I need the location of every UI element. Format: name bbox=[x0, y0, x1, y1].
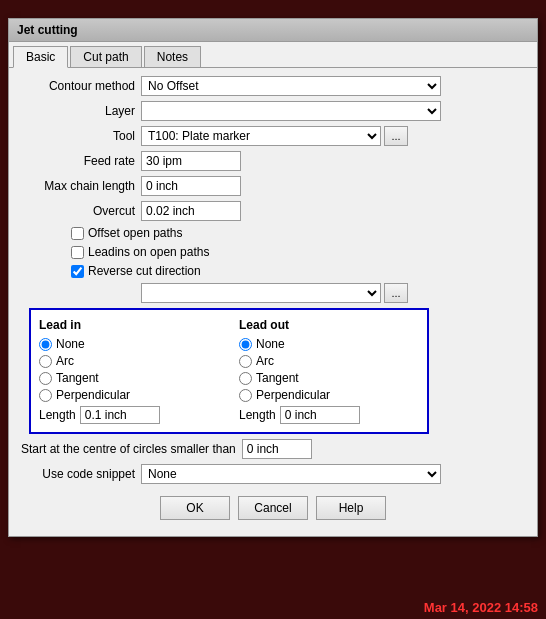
lead-panel: Lead in None Arc Tangent bbox=[29, 308, 429, 434]
layer-row: Layer bbox=[21, 101, 525, 121]
lead-out-arc-label: Arc bbox=[256, 354, 274, 368]
ok-button[interactable]: OK bbox=[160, 496, 230, 520]
lead-in-arc-radio[interactable] bbox=[39, 355, 52, 368]
cancel-button[interactable]: Cancel bbox=[238, 496, 308, 520]
lead-in-perpendicular-row: Perpendicular bbox=[39, 388, 219, 402]
overcut-label: Overcut bbox=[21, 204, 141, 218]
start-circles-input[interactable] bbox=[242, 439, 312, 459]
offset-open-paths-row: Offset open paths bbox=[21, 226, 525, 240]
tab-bar: Basic Cut path Notes bbox=[9, 42, 537, 68]
lead-out-arc-row: Arc bbox=[239, 354, 419, 368]
snippet-select[interactable]: None bbox=[141, 464, 441, 484]
feed-rate-label: Feed rate bbox=[21, 154, 141, 168]
lead-out-none-row: None bbox=[239, 337, 419, 351]
lead-in-tangent-radio[interactable] bbox=[39, 372, 52, 385]
help-button[interactable]: Help bbox=[316, 496, 386, 520]
lead-in-perpendicular-radio[interactable] bbox=[39, 389, 52, 402]
lead-out-perpendicular-radio[interactable] bbox=[239, 389, 252, 402]
offset-open-paths-label: Offset open paths bbox=[88, 226, 183, 240]
contour-method-row: Contour method No Offset bbox=[21, 76, 525, 96]
contour-method-label: Contour method bbox=[21, 79, 141, 93]
lead-in-arc-row: Arc bbox=[39, 354, 219, 368]
tool-controls: T100: Plate marker ... bbox=[141, 126, 408, 146]
path-select[interactable] bbox=[141, 283, 381, 303]
layer-select[interactable] bbox=[141, 101, 441, 121]
path-dots-button[interactable]: ... bbox=[384, 283, 408, 303]
tool-dots-button[interactable]: ... bbox=[384, 126, 408, 146]
lead-out-none-label: None bbox=[256, 337, 285, 351]
path-row: ... bbox=[21, 283, 525, 303]
lead-out-length-label: Length bbox=[239, 408, 276, 422]
lead-out-column: Lead out None Arc Tangent bbox=[239, 318, 419, 424]
lead-out-arc-radio[interactable] bbox=[239, 355, 252, 368]
reverse-cut-direction-checkbox[interactable] bbox=[71, 265, 84, 278]
tool-row: Tool T100: Plate marker ... bbox=[21, 126, 525, 146]
layer-label: Layer bbox=[21, 104, 141, 118]
lead-in-none-radio[interactable] bbox=[39, 338, 52, 351]
lead-in-none-label: None bbox=[56, 337, 85, 351]
lead-in-title: Lead in bbox=[39, 318, 219, 332]
window-title: Jet cutting bbox=[17, 23, 78, 37]
snippet-row: Use code snippet None bbox=[21, 464, 525, 484]
leadins-open-paths-checkbox[interactable] bbox=[71, 246, 84, 259]
lead-out-tangent-row: Tangent bbox=[239, 371, 419, 385]
lead-out-title: Lead out bbox=[239, 318, 419, 332]
overcut-input[interactable] bbox=[141, 201, 241, 221]
reverse-cut-direction-row: Reverse cut direction bbox=[21, 264, 525, 278]
tab-content: Contour method No Offset Layer Tool T100… bbox=[9, 68, 537, 536]
lead-out-perpendicular-row: Perpendicular bbox=[239, 388, 419, 402]
start-circles-label: Start at the centre of circles smaller t… bbox=[21, 442, 236, 456]
contour-method-select[interactable]: No Offset bbox=[141, 76, 441, 96]
feed-rate-input[interactable] bbox=[141, 151, 241, 171]
title-bar: Jet cutting bbox=[9, 19, 537, 42]
lead-in-none-row: None bbox=[39, 337, 219, 351]
overcut-row: Overcut bbox=[21, 201, 525, 221]
lead-in-column: Lead in None Arc Tangent bbox=[39, 318, 219, 424]
lead-in-tangent-row: Tangent bbox=[39, 371, 219, 385]
lead-columns: Lead in None Arc Tangent bbox=[39, 318, 419, 424]
tab-cut-path[interactable]: Cut path bbox=[70, 46, 141, 67]
lead-out-length-row: Length bbox=[239, 406, 419, 424]
leadins-open-paths-label: Leadins on open paths bbox=[88, 245, 209, 259]
reverse-cut-direction-label: Reverse cut direction bbox=[88, 264, 201, 278]
lead-in-length-row: Length bbox=[39, 406, 219, 424]
snippet-label: Use code snippet bbox=[21, 467, 141, 481]
main-window: Jet cutting Basic Cut path Notes Contour… bbox=[8, 18, 538, 537]
feed-rate-row: Feed rate bbox=[21, 151, 525, 171]
dialog-buttons: OK Cancel Help bbox=[21, 492, 525, 528]
lead-in-tangent-label: Tangent bbox=[56, 371, 99, 385]
tab-notes[interactable]: Notes bbox=[144, 46, 201, 67]
offset-open-paths-checkbox[interactable] bbox=[71, 227, 84, 240]
lead-in-length-label: Length bbox=[39, 408, 76, 422]
lead-in-perpendicular-label: Perpendicular bbox=[56, 388, 130, 402]
max-chain-length-row: Max chain length bbox=[21, 176, 525, 196]
max-chain-length-label: Max chain length bbox=[21, 179, 141, 193]
lead-out-tangent-radio[interactable] bbox=[239, 372, 252, 385]
start-circles-row: Start at the centre of circles smaller t… bbox=[21, 439, 525, 459]
lead-out-none-radio[interactable] bbox=[239, 338, 252, 351]
datetime-display: Mar 14, 2022 14:58 bbox=[416, 596, 546, 619]
lead-out-tangent-label: Tangent bbox=[256, 371, 299, 385]
max-chain-length-input[interactable] bbox=[141, 176, 241, 196]
lead-in-length-input[interactable] bbox=[80, 406, 160, 424]
leadins-open-paths-row: Leadins on open paths bbox=[21, 245, 525, 259]
lead-in-arc-label: Arc bbox=[56, 354, 74, 368]
tool-select[interactable]: T100: Plate marker bbox=[141, 126, 381, 146]
lead-out-length-input[interactable] bbox=[280, 406, 360, 424]
tab-basic[interactable]: Basic bbox=[13, 46, 68, 68]
tool-label: Tool bbox=[21, 129, 141, 143]
lead-out-perpendicular-label: Perpendicular bbox=[256, 388, 330, 402]
